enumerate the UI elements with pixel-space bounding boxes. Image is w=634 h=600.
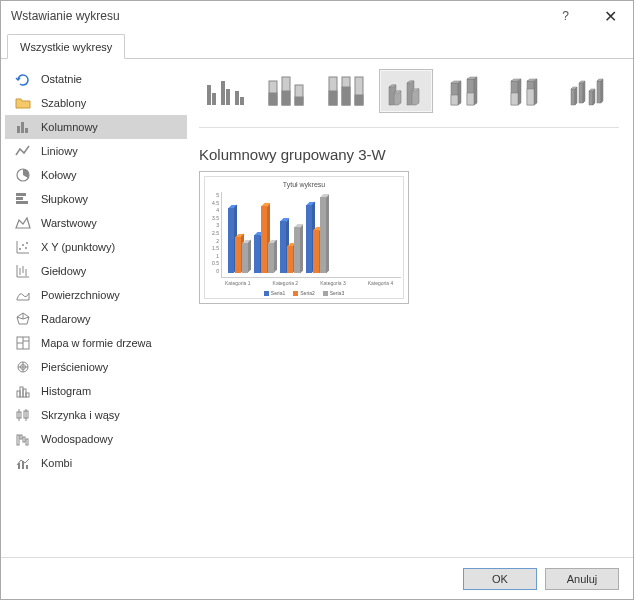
folder-icon [15,95,31,111]
svg-rect-60 [342,87,350,105]
undo-icon [15,71,31,87]
chart-preview[interactable]: Tytuł wykresu 54.543.532.521.510.50 Kate… [199,171,409,304]
sidebar-item-label: Szablony [41,97,86,109]
subtype-3d-stacked-column[interactable] [439,69,493,113]
sidebar-item-scatter[interactable]: X Y (punktowy) [5,235,187,259]
sidebar-item-surface[interactable]: Powierzchniowy [5,283,187,307]
svg-rect-41 [26,439,28,445]
svg-rect-2 [25,128,28,133]
svg-rect-49 [235,91,239,105]
sidebar-item-label: Liniowy [41,145,78,157]
sidebar-item-radar[interactable]: Radarowy [5,307,187,331]
sidebar-item-combo[interactable]: Kombi [5,451,187,475]
sidebar-item-boxwhisker[interactable]: Skrzynka i wąsy [5,403,187,427]
tab-all-charts[interactable]: Wszystkie wykresy [7,34,125,59]
sidebar-item-label: X Y (punktowy) [41,241,115,253]
boxwhisker-chart-icon [15,407,31,423]
sidebar-item-label: Skrzynka i wąsy [41,409,120,421]
surface-chart-icon [15,287,31,303]
stock-chart-icon [15,263,31,279]
sidebar-item-bar[interactable]: Słupkowy [5,187,187,211]
svg-rect-45 [207,85,211,105]
sidebar-item-templates[interactable]: Szablony [5,91,187,115]
main-area: Ostatnie Szablony Kolumnowy Liniowy Koło… [1,59,633,557]
svg-point-12 [26,242,28,244]
area-chart-icon [15,215,31,231]
svg-rect-33 [26,393,29,397]
dialog-footer: OK Anuluj [1,557,633,599]
subtype-clustered-column[interactable] [199,69,253,113]
subtype-title: Kolumnowy grupowany 3-W [199,146,619,163]
subtype-stacked-column[interactable] [259,69,313,113]
svg-rect-52 [269,93,277,105]
close-button[interactable]: ✕ [588,1,633,31]
svg-rect-40 [23,437,25,442]
line-chart-icon [15,143,31,159]
histogram-chart-icon [15,383,31,399]
svg-point-9 [19,248,21,250]
svg-rect-38 [17,435,19,445]
svg-point-10 [22,244,24,246]
sidebar-item-line[interactable]: Liniowy [5,139,187,163]
combo-chart-icon [15,455,31,471]
svg-rect-39 [20,435,22,439]
sidebar-item-label: Kołowy [41,169,76,181]
cancel-button[interactable]: Anuluj [545,568,619,590]
subtype-3d-100stacked-column[interactable] [499,69,553,113]
sidebar-item-label: Mapa w formie drzewa [41,337,152,349]
svg-rect-62 [355,95,363,105]
help-button[interactable]: ? [543,1,588,31]
window-title: Wstawianie wykresu [11,9,120,23]
sidebar-item-histogram[interactable]: Histogram [5,379,187,403]
sidebar-item-label: Warstwowy [41,217,97,229]
chart-type-sidebar: Ostatnie Szablony Kolumnowy Liniowy Koło… [1,59,189,557]
sidebar-item-area[interactable]: Warstwowy [5,211,187,235]
sidebar-item-label: Ostatnie [41,73,82,85]
ok-button[interactable]: OK [463,568,537,590]
subtype-3d-clustered-column[interactable] [379,69,433,113]
sidebar-item-label: Radarowy [41,313,91,325]
svg-rect-50 [240,97,244,105]
radar-chart-icon [15,311,31,327]
sidebar-item-stock[interactable]: Giełdowy [5,259,187,283]
tabstrip: Wszystkie wykresy [1,31,633,59]
titlebar: Wstawianie wykresu ? ✕ [1,1,633,31]
subtype-100stacked-column[interactable] [319,69,373,113]
bar-chart-icon [15,191,31,207]
sidebar-item-label: Słupkowy [41,193,88,205]
sidebar-item-label: Pierścieniowy [41,361,108,373]
svg-rect-54 [282,91,290,105]
sidebar-item-waterfall[interactable]: Wodospadowy [5,427,187,451]
subtype-row [199,69,619,128]
sidebar-item-label: Powierzchniowy [41,289,120,301]
svg-rect-5 [16,197,23,200]
preview-plot [221,192,401,278]
treemap-chart-icon [15,335,31,351]
sidebar-item-label: Kolumnowy [41,121,98,133]
sidebar-item-sunburst[interactable]: Pierścieniowy [5,355,187,379]
svg-rect-64 [467,93,474,105]
subtype-3d-column[interactable] [559,69,613,113]
sidebar-item-label: Wodospadowy [41,433,113,445]
svg-rect-0 [17,126,20,133]
sunburst-chart-icon [15,359,31,375]
pie-chart-icon [15,167,31,183]
sidebar-item-pie[interactable]: Kołowy [5,163,187,187]
scatter-chart-icon [15,239,31,255]
sidebar-item-recent[interactable]: Ostatnie [5,67,187,91]
svg-rect-58 [329,91,337,105]
preview-chart-title: Tytuł wykresu [207,181,401,188]
svg-rect-46 [212,93,216,105]
svg-point-11 [25,247,27,249]
content-pane: Kolumnowy grupowany 3-W Tytuł wykresu 54… [189,59,633,557]
waterfall-chart-icon [15,431,31,447]
preview-chart-area: 54.543.532.521.510.50 [207,192,401,278]
svg-rect-4 [16,193,26,196]
svg-rect-56 [295,97,303,105]
sidebar-item-label: Kombi [41,457,72,469]
sidebar-item-treemap[interactable]: Mapa w formie drzewa [5,331,187,355]
svg-rect-44 [26,465,28,469]
column-chart-icon [15,119,31,135]
svg-rect-65 [511,93,518,105]
sidebar-item-column[interactable]: Kolumnowy [5,115,187,139]
